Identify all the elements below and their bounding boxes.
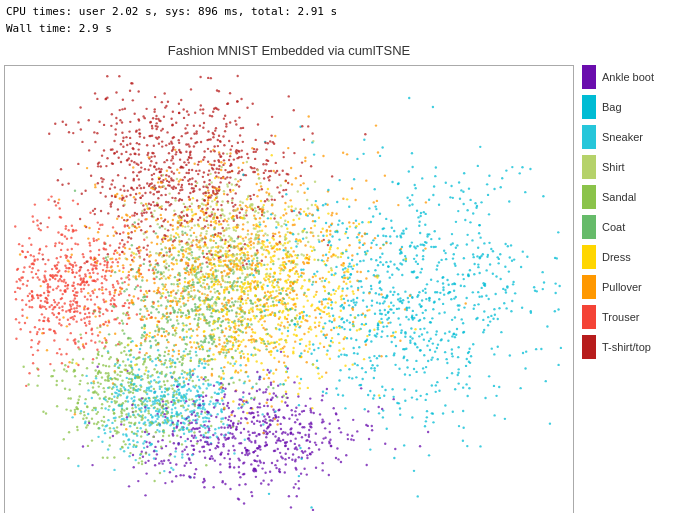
legend-color-swatch xyxy=(582,245,596,269)
legend-item: Pullover xyxy=(582,275,654,299)
legend-label: Sandal xyxy=(602,191,636,203)
legend-label: Shirt xyxy=(602,161,625,173)
legend-item: Bag xyxy=(582,95,654,119)
legend-color-swatch xyxy=(582,275,596,299)
legend-item: Dress xyxy=(582,245,654,269)
chart-area xyxy=(4,65,574,513)
chart-title: Fashion MNIST Embedded via cumlTSNE xyxy=(4,43,574,58)
legend-label: Dress xyxy=(602,251,631,263)
legend-item: Sandal xyxy=(582,185,654,209)
legend-color-swatch xyxy=(582,335,596,359)
legend-color-swatch xyxy=(582,155,596,179)
legend-item: Coat xyxy=(582,215,654,239)
legend-item: Ankle boot xyxy=(582,65,654,89)
legend-label: Pullover xyxy=(602,281,642,293)
legend-label: Trouser xyxy=(602,311,640,323)
legend-label: Ankle boot xyxy=(602,71,654,83)
chart-wrapper: Fashion MNIST Embedded via cumlTSNE xyxy=(4,65,574,513)
legend-color-swatch xyxy=(582,65,596,89)
legend: Ankle bootBagSneakerShirtSandalCoatDress… xyxy=(574,61,662,369)
legend-label: Bag xyxy=(602,101,622,113)
legend-color-swatch xyxy=(582,215,596,239)
legend-item: Shirt xyxy=(582,155,654,179)
legend-item: T-shirt/top xyxy=(582,335,654,359)
legend-color-swatch xyxy=(582,305,596,329)
legend-color-swatch xyxy=(582,95,596,119)
scatter-plot xyxy=(5,66,573,513)
stat-line2: Wall time: 2.9 s xyxy=(6,21,683,38)
legend-label: T-shirt/top xyxy=(602,341,651,353)
legend-item: Sneaker xyxy=(582,125,654,149)
legend-label: Sneaker xyxy=(602,131,643,143)
stats-panel: CPU times: user 2.02 s, sys: 896 ms, tot… xyxy=(0,0,689,41)
legend-color-swatch xyxy=(582,185,596,209)
legend-label: Coat xyxy=(602,221,625,233)
stat-line1: CPU times: user 2.02 s, sys: 896 ms, tot… xyxy=(6,4,683,21)
legend-color-swatch xyxy=(582,125,596,149)
legend-item: Trouser xyxy=(582,305,654,329)
main-container: Fashion MNIST Embedded via cumlTSNE Ankl… xyxy=(0,41,689,513)
